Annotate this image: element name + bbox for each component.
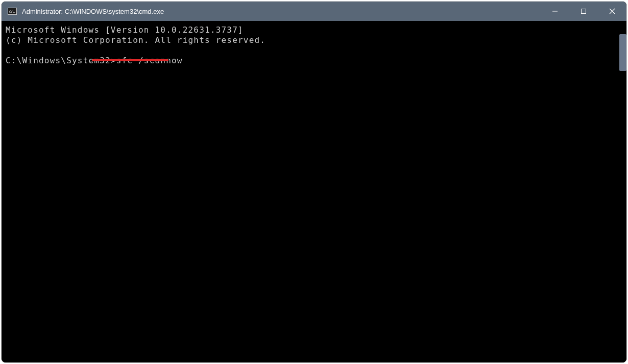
maximize-button[interactable] <box>569 2 598 21</box>
command-prompt-window: C:\. Administrator: C:\WINDOWS\system32\… <box>2 2 626 362</box>
terminal-line-version: Microsoft Windows [Version 10.0.22631.37… <box>6 25 244 35</box>
close-button[interactable] <box>598 2 626 21</box>
annotation-underline <box>92 59 168 61</box>
svg-rect-0 <box>552 11 558 12</box>
minimize-button[interactable] <box>541 2 569 21</box>
terminal-area: Microsoft Windows [Version 10.0.22631.37… <box>2 21 626 362</box>
scrollbar-thumb[interactable] <box>619 34 626 71</box>
titlebar[interactable]: C:\. Administrator: C:\WINDOWS\system32\… <box>2 2 626 21</box>
titlebar-left: C:\. Administrator: C:\WINDOWS\system32\… <box>2 8 541 15</box>
svg-rect-1 <box>582 9 586 14</box>
maximize-icon <box>581 8 587 14</box>
scrollbar[interactable] <box>617 21 626 362</box>
window-controls <box>541 2 626 21</box>
terminal-line-copyright: (c) Microsoft Corporation. All rights re… <box>6 35 265 45</box>
terminal-content[interactable]: Microsoft Windows [Version 10.0.22631.37… <box>2 21 617 362</box>
cmd-app-icon: C:\. <box>8 8 17 15</box>
close-icon <box>609 8 615 14</box>
minimize-icon <box>552 8 558 14</box>
window-title: Administrator: C:\WINDOWS\system32\cmd.e… <box>22 8 164 15</box>
